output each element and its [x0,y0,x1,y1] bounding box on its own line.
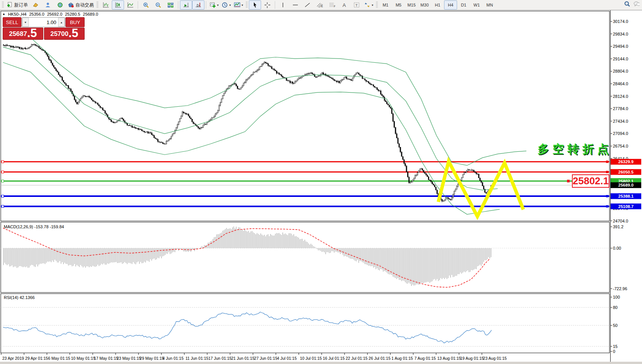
vertical-line-button[interactable] [277,0,289,10]
time-axis: 23 Apr 201929 Apr 01:156 May 01:1510 May… [1,353,507,361]
tile-windows-icon [167,2,174,8]
svg-text:29494.0: 29494.0 [613,44,628,49]
timeframe-M30[interactable]: M30 [418,0,431,10]
bar-chart-button[interactable] [100,0,112,10]
svg-text:28464.0: 28464.0 [613,81,628,86]
period-button[interactable]: ▾ [220,0,232,10]
chat-icon[interactable] [633,1,640,7]
chart-canvas[interactable]: 30174.029834.029494.029144.028804.028464… [0,0,642,364]
zoom-out-button[interactable] [152,0,164,10]
callout-anchor-handle[interactable] [567,180,570,182]
buy-price-main: 25700 [50,29,68,39]
search-icon[interactable] [624,1,630,7]
timeframe-H4[interactable]: H4 [444,0,457,10]
svg-text:80: 80 [613,305,617,310]
buy-price-display[interactable]: 25700 .5 [44,28,85,40]
timeframe-H1[interactable]: H1 [431,0,444,10]
timeframe-MN[interactable]: MN [483,0,496,10]
macd-indicator-label: MACD(12,26,9) -153.78 -159.84 [4,224,64,229]
chart-shift-button[interactable] [192,0,204,10]
sell-button[interactable]: SELL [3,17,21,27]
bar-chart-icon [103,2,109,8]
svg-text:23 Aug 01:15: 23 Aug 01:15 [483,356,507,361]
cursor-button[interactable] [249,0,261,10]
new-order-button[interactable]: 新订单 [5,0,29,10]
line-chart-button[interactable] [124,0,136,10]
volume-value[interactable]: 1.00 [29,18,58,27]
price-level-axis-labels: 26329.926050.525802.125689.025388.125108… [611,159,641,210]
line-chart-icon [127,2,134,8]
autotrading-button[interactable]: 自动交易 [66,0,95,10]
svg-text:29834.0: 29834.0 [613,32,628,36]
svg-text:27434.0: 27434.0 [613,119,628,123]
sell-price-display[interactable]: 25687 .5 [3,28,43,40]
candlestick-chart-button[interactable] [112,0,124,10]
svg-text:26329.9: 26329.9 [618,159,634,164]
timeframe-M1[interactable]: M1 [379,0,392,10]
svg-text:24704.0: 24704.0 [613,219,628,223]
trendline-icon [304,2,311,8]
volume-decrease-button[interactable]: ▼ [22,18,29,27]
toolbar-grip[interactable] [2,2,4,8]
zoom-in-button[interactable] [140,0,152,10]
text-button[interactable]: A [338,0,350,10]
svg-text:23 May 01:15: 23 May 01:15 [117,356,141,361]
zoom-out-icon [155,2,162,8]
toolbar-separator [178,1,178,9]
svg-text:4 Jun 01:15: 4 Jun 01:15 [163,356,184,361]
fibonacci-button[interactable]: F [326,0,338,10]
bar-close-value: 25689.0 [83,12,98,16]
turning-point-annotation[interactable]: 多空转折点 [537,141,612,157]
svg-text:13 Aug 01:15: 13 Aug 01:15 [437,356,461,361]
svg-text:23 Apr 2019: 23 Apr 2019 [2,356,24,361]
template-icon [234,2,240,8]
sell-price-main: 25687 [9,29,27,39]
volume-increase-button[interactable]: ▲ [58,18,65,27]
svg-text:E: E [321,5,323,8]
trendline-button[interactable] [301,0,314,10]
toolbar-grip[interactable] [376,2,378,8]
one-click-trade-panel: SELL ▼ 1.00 ▲ BUY 25687 .5 25700 .5 [3,17,85,40]
buy-button[interactable]: BUY [65,17,85,27]
price-callout-box[interactable]: 25802.1 [572,174,609,188]
timeframe-M5[interactable]: M5 [392,0,405,10]
svg-text:6 May 01:15: 6 May 01:15 [48,356,70,361]
arrows-button[interactable]: ▾ [363,0,375,10]
symbol-ohlc-header: ▲ HK50-,H4 25356.0 25692.0 25280.5 25689… [2,12,98,16]
collapse-panel-icon[interactable]: ▲ [2,12,5,16]
tile-windows-button[interactable] [164,0,176,10]
horizontal-line-button[interactable] [289,0,301,10]
toolbar-grip[interactable] [96,2,98,8]
svg-text:15: 15 [613,344,617,349]
vertical-line-icon [280,2,286,8]
svg-text:T: T [355,3,358,7]
toolbar-grip[interactable] [246,2,248,8]
svg-text:50: 50 [613,323,617,328]
timeframe-M15[interactable]: M15 [405,0,418,10]
add-indicator-caret: ▾ [217,3,219,7]
add-indicator-icon [209,2,216,8]
clock-icon [222,2,228,8]
auto-scroll-button[interactable] [180,0,192,10]
channel-icon: E [317,2,323,8]
svg-text:27 Jun 01:15: 27 Jun 01:15 [254,356,278,361]
svg-text:7 Aug 01:15: 7 Aug 01:15 [414,356,436,361]
text-label-button[interactable]: T [350,0,363,10]
channel-button[interactable]: E [314,0,326,10]
svg-text:10 May 01:15: 10 May 01:15 [71,356,95,361]
timeframe-W1[interactable]: W1 [470,0,483,10]
crosshair-button[interactable] [261,0,273,10]
svg-text:0: 0 [613,349,615,354]
volume-stepper: ▼ 1.00 ▲ [22,17,65,27]
add-indicator-button[interactable]: ▾ [208,0,220,10]
bar-low-value: 25280.5 [65,12,80,16]
news-button[interactable] [29,0,42,10]
template-button[interactable]: ▾ [232,0,245,10]
autotrading-icon [68,2,74,8]
svg-text:10 Jul 01:15: 10 Jul 01:15 [300,356,322,361]
timeframe-D1[interactable]: D1 [457,0,470,10]
pane-frames [0,10,642,364]
webinar-button[interactable] [54,0,66,10]
community-button[interactable] [42,0,54,10]
auto-scroll-icon [183,2,189,8]
